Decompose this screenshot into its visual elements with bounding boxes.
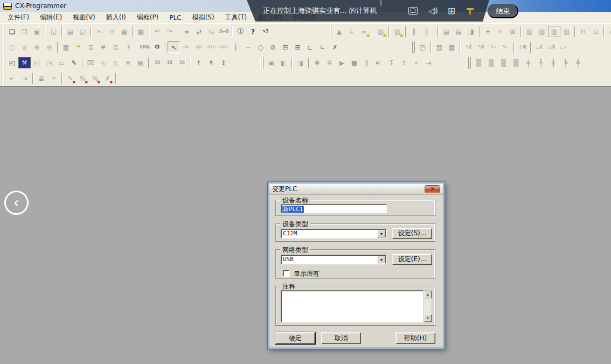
toolbar-window-monitor-2-button[interactable]: ◧ <box>277 57 290 68</box>
toolbar-sim-run-button[interactable]: ▶ <box>336 57 348 68</box>
toolbar-coil-button[interactable]: ○ <box>254 41 267 53</box>
toolbar-indent-left-button[interactable]: ⇤ <box>6 73 18 84</box>
toolbar-find-button[interactable]: ∞ <box>180 26 193 37</box>
toolbar-zoom-custom-button[interactable]: ⌀ <box>18 41 31 53</box>
toolbar-work-online-button[interactable]: ⇩ <box>345 26 358 37</box>
menu-plc[interactable]: PLC <box>164 12 186 23</box>
toolbar-set-on-button[interactable]: ↰Z <box>462 41 475 53</box>
device-name-input[interactable]: 新PLC1 <box>281 204 387 213</box>
toolbar-set-cancel-button[interactable]: ↰− <box>499 41 512 53</box>
menu-file[interactable]: 文件(F) <box>2 11 34 24</box>
toolbar-program-compare-button[interactable]: ◨ <box>465 26 477 37</box>
toolbar-data-trace-button[interactable]: ◉ <box>606 26 611 37</box>
dialog-close-button[interactable]: × <box>425 185 440 193</box>
toolbar-indent-right-button[interactable]: ⇥ <box>18 73 31 84</box>
toolbar-paste-attributes-button[interactable]: ▩ <box>135 26 147 37</box>
toolbar-force-off-button[interactable]: □X <box>545 41 558 53</box>
toolbar-memory-area-4-button[interactable]: ▒ <box>510 57 522 68</box>
toolbar-step-out-button[interactable]: ↥ <box>398 57 410 68</box>
toolbar-reset-layout-button[interactable]: ◳ <box>416 41 429 53</box>
toolbar-line-delete-button[interactable]: ✗ <box>329 41 341 53</box>
toolbar-redo-button[interactable]: ↷ <box>164 26 176 37</box>
device-type-dropdown-button[interactable]: ▼ <box>377 230 386 237</box>
fullscreen-icon[interactable] <box>408 7 418 15</box>
toolbar-contact-up-button[interactable]: ⊣↑⊢ <box>205 41 217 53</box>
toolbar-vertical-line-button[interactable]: │ <box>230 41 242 53</box>
toolbar-function-block-button[interactable]: ⊟ <box>279 41 291 53</box>
network-type-settings-button[interactable]: 设定(E)... <box>392 254 432 265</box>
toolbar-force-on-button[interactable]: □Z <box>533 41 545 53</box>
comment-textarea[interactable] <box>281 290 423 323</box>
toolbar-compile-button[interactable]: ◲ <box>47 26 60 37</box>
toolbar-hold-monitor-1-button[interactable]: ✱ <box>311 57 323 68</box>
toolbar-zoom-in-button[interactable]: ⊕ <box>31 41 43 53</box>
help-button[interactable]: 帮助(H) <box>395 332 435 344</box>
comment-scrollbar[interactable]: ▲ ▼ <box>423 290 432 323</box>
toolbar-zoom-fit-button[interactable]: ○ <box>6 41 18 53</box>
toolbar-output-window-button[interactable]: ▭ <box>55 57 68 68</box>
toolbar-open-file-button[interactable]: ❒ <box>18 26 31 37</box>
pin-icon[interactable] <box>466 7 474 15</box>
toolbar-help-button[interactable]: ? <box>247 26 259 37</box>
toolbar-info-button[interactable]: ⓘ <box>234 26 247 37</box>
toolbar-print-button[interactable]: ▤ <box>64 26 77 37</box>
toolbar-online-edit-begin-button[interactable]: ✦ <box>482 26 494 37</box>
toolbar-address-reference-button[interactable]: A→B <box>218 26 230 37</box>
drag-handle-icon[interactable]: ╫ <box>379 1 382 6</box>
show-all-checkbox[interactable] <box>283 270 290 277</box>
end-session-button[interactable]: 结束 <box>488 4 518 18</box>
toolbar-upload-button[interactable]: ↑ <box>192 57 205 68</box>
toolbar-plc-monitor-4-button[interactable]: ▥ <box>560 26 573 37</box>
toolbar-monitor-sma-button[interactable]: SMA <box>138 41 151 53</box>
toolbar-toggle-grid-button[interactable]: ▦ <box>60 41 72 53</box>
dialog-title-bar[interactable]: 变更PLC × <box>269 184 443 195</box>
toolbar-new-file-button[interactable]: ❏ <box>6 26 18 37</box>
toolbar-line-connect-button[interactable]: ∟ <box>316 41 329 53</box>
toolbar-continuous-step-button[interactable]: » <box>410 57 422 68</box>
toolbar-differential-monitor-button[interactable]: ⊓ <box>577 26 589 37</box>
volume-icon[interactable]: ◁)) <box>428 6 437 15</box>
toolbar-mark-set-button[interactable]: ✎ <box>64 73 77 84</box>
toolbar-grip[interactable] <box>1 57 4 69</box>
toolbar-window-monitor-3-button[interactable]: ◨ <box>294 57 307 68</box>
toolbar-local-window-button[interactable]: ◳ <box>43 57 55 68</box>
toolbar-memory-area-2-button[interactable]: ▒ <box>485 57 497 68</box>
toolbar-step-in-button[interactable]: ↧ <box>385 57 398 68</box>
toolbar-online-edit-cancel-button[interactable]: ⊠ <box>506 26 519 37</box>
toolbar-download-button[interactable]: ↟ <box>205 57 217 68</box>
toolbar-mark-force-on-button[interactable]: % <box>77 73 89 84</box>
toolbar-grip[interactable] <box>260 57 263 69</box>
scroll-down-button[interactable]: ▼ <box>424 314 432 322</box>
toolbar-build-tool-button[interactable]: ⚒ <box>18 57 31 68</box>
toolbar-save-button[interactable]: ▣ <box>31 26 43 37</box>
toolbar-monitor-mode-button[interactable]: ▲ <box>333 26 345 37</box>
toolbar-decimal-monitor-button[interactable]: 10 <box>151 57 163 68</box>
menu-simulation[interactable]: 模拟(S) <box>187 11 220 24</box>
toolbar-sim-pause-button[interactable]: ‖ <box>360 57 373 68</box>
toolbar-grip[interactable] <box>328 26 331 38</box>
toolbar-replace-button[interactable]: ⇄ <box>193 26 205 37</box>
toolbar-grip[interactable] <box>468 57 471 69</box>
new-window-icon[interactable]: ⊞ <box>448 5 455 16</box>
toolbar-pause-button[interactable]: ‖ <box>420 26 433 37</box>
toolbar-online-edit-send-button[interactable]: ✧ <box>494 26 506 37</box>
toolbar-context-help-button[interactable]: ↖? <box>259 26 272 37</box>
toolbar-contact-no-button[interactable]: ⊣⊢ <box>180 41 192 53</box>
toolbar-grip[interactable] <box>1 41 4 53</box>
toolbar-memory-area-1-button[interactable]: ▒ <box>473 57 485 68</box>
toolbar-symbol-bar-button[interactable]: ≣ <box>109 41 122 53</box>
toolbar-coil-closed-button[interactable]: ⊘ <box>267 41 279 53</box>
toolbar-cut-button[interactable]: ✂ <box>93 26 106 37</box>
toolbar-set-off-button[interactable]: ↰X <box>475 41 487 53</box>
toolbar-horizontal-line-button[interactable]: ─ <box>242 41 254 53</box>
toolbar-cross-reference-button[interactable]: ⌧ <box>85 57 97 68</box>
toolbar-grip[interactable] <box>1 26 4 38</box>
toolbar-contact-down-button[interactable]: ⊣↓⊢ <box>217 41 230 53</box>
toolbar-timing-5-button[interactable]: ╇ <box>572 57 584 68</box>
menu-program[interactable]: 编程(P) <box>131 11 164 24</box>
menu-edit[interactable]: 编辑(E) <box>34 11 67 24</box>
toolbar-memory-table-button[interactable]: ▦ <box>134 57 147 68</box>
back-button[interactable]: ‹ <box>4 191 29 215</box>
menu-insert[interactable]: 插入(I) <box>101 11 131 24</box>
network-type-combobox[interactable]: USB ▼ <box>281 255 387 264</box>
